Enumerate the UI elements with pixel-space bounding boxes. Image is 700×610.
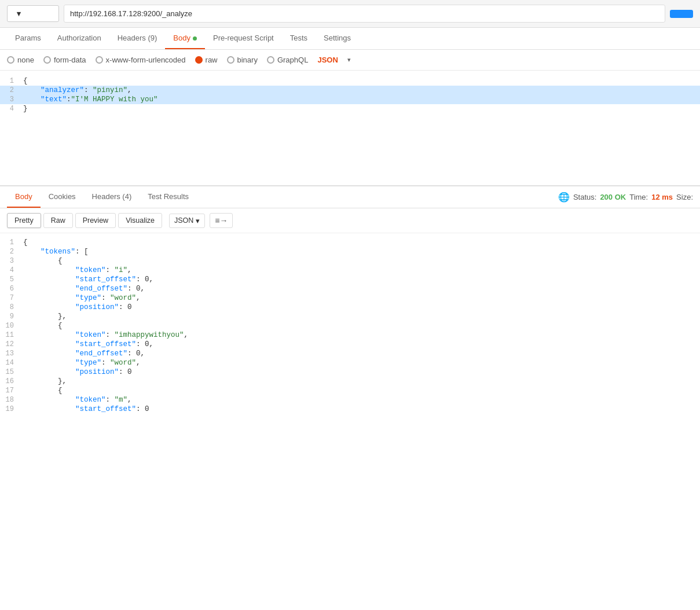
status-value: 200 OK [600, 193, 626, 201]
wrap-button[interactable]: ≡→ [210, 213, 233, 228]
radio-label-binary: binary [237, 56, 258, 64]
body-type-form-data[interactable]: form-data [43, 56, 86, 64]
resp-line-13: 13 "end_offset": 0, [0, 349, 700, 358]
view-btn-visualize[interactable]: Visualize [118, 213, 162, 228]
radio-circle-binary [227, 56, 234, 64]
resp-tab-body[interactable]: Body [7, 186, 41, 208]
view-btn-preview[interactable]: Preview [75, 213, 116, 228]
resp-line-number: 16 [0, 377, 23, 385]
time-label: Time: [629, 193, 648, 201]
radio-circle-graphql [267, 56, 274, 64]
resp-line-2: 2 "tokens": [ [0, 247, 700, 256]
view-btn-raw[interactable]: Raw [43, 213, 73, 228]
status-label: Status: [573, 193, 596, 201]
resp-line-19: 19 "start_offset": 0 [0, 405, 700, 414]
line-number: 1 [0, 77, 23, 85]
url-input[interactable] [64, 5, 665, 23]
globe-icon: 🌐 [558, 192, 570, 203]
resp-tab-cookies[interactable]: Cookies [41, 186, 84, 208]
response-nav: BodyCookiesHeaders (4)Test Results🌐Statu… [0, 186, 700, 208]
line-number: 4 [0, 105, 23, 113]
size-label: Size: [676, 193, 693, 201]
resp-line-18: 18 "token": "m", [0, 395, 700, 405]
resp-line-number: 15 [0, 368, 23, 376]
resp-line-10: 10 { [0, 321, 700, 330]
body-type-none[interactable]: none [7, 56, 34, 64]
json-format-dropdown-icon[interactable]: ▾ [347, 56, 351, 64]
nav-tab-params[interactable]: Params [7, 28, 49, 49]
radio-circle-raw [195, 56, 203, 64]
method-select[interactable]: ▾ [7, 5, 59, 22]
top-bar: ▾ [0, 0, 700, 28]
nav-tab-authorization[interactable]: Authorization [49, 28, 109, 49]
body-active-dot [193, 36, 197, 41]
line-content: } [23, 105, 700, 113]
resp-line-14: 14 "type": "word", [0, 358, 700, 368]
request-code-editor[interactable]: 1{2 "analyzer": "pinyin",3 "text":"I'M H… [0, 71, 700, 186]
resp-line-8: 8 "position": 0 [0, 303, 700, 312]
resp-line-number: 9 [0, 313, 23, 321]
nav-tab-headers[interactable]: Headers (9) [109, 28, 166, 49]
body-type-graphql[interactable]: GraphQL [267, 56, 308, 64]
resp-tab-headers[interactable]: Headers (4) [84, 186, 140, 208]
json-format-label: JSON [317, 56, 338, 64]
resp-line-1: 1{ [0, 238, 700, 247]
resp-line-number: 13 [0, 350, 23, 358]
resp-line-content: "type": "word", [23, 359, 700, 367]
resp-line-number: 6 [0, 285, 23, 293]
time-value: 12 ms [651, 193, 673, 201]
nav-tab-settings[interactable]: Settings [316, 28, 359, 49]
resp-line-4: 4 "token": "i", [0, 266, 700, 275]
send-button[interactable] [670, 10, 693, 18]
resp-tab-test-results[interactable]: Test Results [140, 186, 197, 208]
resp-line-content: "tokens": [ [23, 248, 700, 256]
request-line-3: 3 "text":"I'M HAPPY with you" [0, 95, 700, 104]
resp-line-content: "type": "word", [23, 294, 700, 302]
resp-line-11: 11 "token": "imhappywithyou", [0, 330, 700, 340]
resp-line-6: 6 "end_offset": 0, [0, 284, 700, 293]
resp-line-content: }, [23, 313, 700, 321]
nav-tab-tests[interactable]: Tests [282, 28, 316, 49]
nav-tab-body[interactable]: Body [165, 28, 205, 49]
radio-label-graphql: GraphQL [277, 56, 308, 64]
resp-line-number: 12 [0, 340, 23, 348]
view-btn-pretty[interactable]: Pretty [7, 213, 41, 228]
resp-line-number: 17 [0, 387, 23, 395]
body-type-x-www-form-urlencoded[interactable]: x-www-form-urlencoded [96, 56, 186, 64]
body-type-raw[interactable]: raw [195, 56, 218, 64]
response-code: 1{2 "tokens": [3 {4 "token": "i",5 "star… [0, 233, 700, 418]
resp-line-content: "end_offset": 0, [23, 285, 700, 293]
resp-line-content: { [23, 387, 700, 395]
radio-circle-form-data [43, 56, 51, 64]
format-label: JSON [174, 216, 193, 225]
resp-line-number: 7 [0, 294, 23, 302]
line-number: 2 [0, 86, 23, 94]
radio-circle-x-www-form-urlencoded [96, 56, 103, 64]
resp-line-number: 8 [0, 303, 23, 311]
resp-line-content: "token": "m", [23, 396, 700, 404]
resp-line-number: 4 [0, 266, 23, 274]
request-nav-tabs: ParamsAuthorizationHeaders (9)BodyPre-re… [0, 28, 700, 50]
resp-line-number: 19 [0, 405, 23, 413]
line-number: 3 [0, 95, 23, 104]
resp-line-9: 9 }, [0, 312, 700, 321]
response-meta: 🌐Status:200 OKTime:12 msSize: [558, 192, 693, 203]
line-content: "analyzer": "pinyin", [23, 86, 700, 94]
resp-line-content: "token": "imhappywithyou", [23, 331, 700, 339]
resp-line-content: }, [23, 377, 700, 385]
line-content: { [23, 77, 700, 85]
resp-line-number: 11 [0, 331, 23, 339]
request-line-2: 2 "analyzer": "pinyin", [0, 86, 700, 95]
radio-label-raw: raw [206, 56, 218, 64]
nav-tab-pre-request[interactable]: Pre-request Script [205, 28, 282, 49]
resp-line-content: "token": "i", [23, 266, 700, 274]
format-select[interactable]: JSON▾ [169, 214, 205, 228]
radio-circle-none [7, 56, 14, 64]
response-section: BodyCookiesHeaders (4)Test Results🌐Statu… [0, 186, 700, 418]
body-type-binary[interactable]: binary [227, 56, 258, 64]
body-type-row: noneform-datax-www-form-urlencodedrawbin… [0, 50, 700, 71]
resp-line-number: 1 [0, 238, 23, 247]
resp-line-content: { [23, 238, 700, 247]
resp-line-content: "start_offset": 0, [23, 340, 700, 348]
method-dropdown-icon[interactable]: ▾ [17, 9, 21, 18]
